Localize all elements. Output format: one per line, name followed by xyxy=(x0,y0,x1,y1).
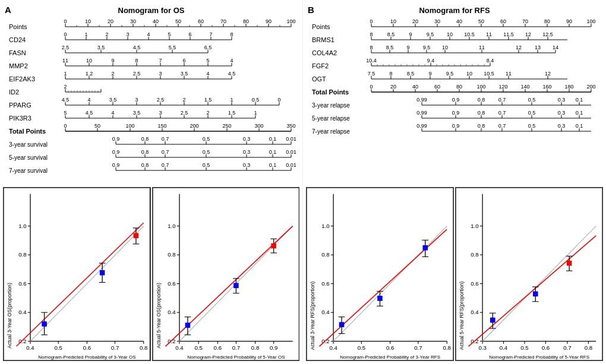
svg-text:1.0: 1.0 xyxy=(321,223,329,229)
svg-rect-542 xyxy=(533,292,538,297)
svg-text:Actual 3-Year OS(proportion): Actual 3-Year OS(proportion) xyxy=(7,283,12,349)
svg-text:0.8: 0.8 xyxy=(478,97,485,103)
svg-text:0.5: 0.5 xyxy=(528,123,536,129)
svg-text:0.9: 0.9 xyxy=(452,123,460,129)
svg-text:3.5: 3.5 xyxy=(109,97,117,103)
svg-text:0.8: 0.8 xyxy=(478,110,485,116)
svg-rect-283 xyxy=(185,322,190,328)
rfs-scale-col4a2: 8 8.5 9 9.5 10 11 12 13 14 xyxy=(370,45,558,53)
svg-text:0.01: 0.01 xyxy=(286,162,296,168)
svg-text:0.99: 0.99 xyxy=(416,97,427,103)
svg-text:120: 120 xyxy=(498,84,507,90)
svg-text:50: 50 xyxy=(175,18,181,24)
svg-text:Actual 5-Year RFS(proportion): Actual 5-Year RFS(proportion) xyxy=(459,281,465,350)
scale-id2: 2 xyxy=(64,84,101,92)
svg-text:140: 140 xyxy=(520,84,529,90)
svg-text:70: 70 xyxy=(220,18,226,24)
svg-text:90: 90 xyxy=(566,18,572,24)
svg-text:9.5: 9.5 xyxy=(423,45,431,50)
svg-text:0.3: 0.3 xyxy=(558,97,566,103)
svg-text:40: 40 xyxy=(153,18,159,24)
svg-text:11: 11 xyxy=(506,71,512,77)
svg-text:3.5: 3.5 xyxy=(181,71,188,77)
rfs-scale-3yr: 0.99 0.9 0.8 0.7 0.5 0.3 0.1 xyxy=(416,97,591,105)
svg-text:2: 2 xyxy=(182,97,185,103)
svg-text:0.1: 0.1 xyxy=(576,123,583,129)
svg-text:3: 3 xyxy=(159,71,162,77)
svg-text:Nomogram-Predicted Probability: Nomogram-Predicted Probability of 5-Year… xyxy=(187,354,285,360)
svg-text:350: 350 xyxy=(286,123,295,129)
svg-text:10.4: 10.4 xyxy=(366,58,377,64)
svg-text:20: 20 xyxy=(108,18,113,24)
scale-7yr-survival: 0.9 0.8 0.7 0.5 0.3 0.1 0.01 xyxy=(112,162,296,170)
rfs-scale-ogt: 7.5 8 8.5 9 9.5 10 10.5 11 12 xyxy=(368,71,567,79)
scale-pparg: 4.5 4 3.5 3 2.5 2 1.5 1 0.5 xyxy=(62,97,281,105)
svg-text:100: 100 xyxy=(286,18,295,24)
svg-text:Nomogram-Predicted Probability: Nomogram-Predicted Probability of 5-Year… xyxy=(489,354,589,360)
svg-text:0.4: 0.4 xyxy=(168,309,176,315)
svg-text:14: 14 xyxy=(553,45,558,50)
svg-text:0.8: 0.8 xyxy=(18,251,26,258)
label-eif2ak3: EIF2AK3 xyxy=(9,75,35,83)
calibration-os-section: 0.2 0.4 0.6 0.8 1.0 0.4 0.5 0.6 xyxy=(0,184,302,364)
rfs-label-col4a2: COL4A2 xyxy=(312,49,337,56)
svg-text:2.5: 2.5 xyxy=(157,97,165,103)
svg-text:8: 8 xyxy=(370,31,373,37)
svg-text:0.7: 0.7 xyxy=(414,344,422,351)
svg-text:12: 12 xyxy=(516,45,522,50)
svg-text:3: 3 xyxy=(135,97,138,103)
svg-text:1.0: 1.0 xyxy=(168,223,175,229)
rfs-scale-total: 0 20 40 60 80 100 120 140 160 xyxy=(370,84,595,92)
svg-text:2.5: 2.5 xyxy=(62,45,70,50)
rfs-scale-brms1: 8 8.5 9 9.5 10 10.5 11 11.5 12 xyxy=(370,31,567,40)
svg-text:0: 0 xyxy=(370,18,373,24)
svg-text:20: 20 xyxy=(390,84,396,90)
svg-text:8.4: 8.4 xyxy=(487,58,494,64)
svg-text:13: 13 xyxy=(535,45,541,50)
rfs-label-7yr: 7-year relapse xyxy=(312,128,350,135)
panel-label-a: A xyxy=(5,5,11,15)
label-7yr-survival: 7-year survival xyxy=(9,167,48,174)
svg-text:4.5: 4.5 xyxy=(86,110,93,116)
label-pparg: PPARG xyxy=(9,102,31,109)
calib-plot-5yr-rfs: 0.2 0.4 0.6 0.8 1.0 0.3 0.4 0.5 xyxy=(455,187,603,361)
svg-text:10: 10 xyxy=(447,31,453,37)
svg-text:9: 9 xyxy=(428,71,431,77)
panel-label-b: B xyxy=(308,5,314,15)
rfs-label-points: Points xyxy=(312,23,330,30)
svg-rect-246 xyxy=(100,270,105,276)
svg-text:0.5: 0.5 xyxy=(252,97,260,103)
svg-text:0.3: 0.3 xyxy=(558,123,566,129)
svg-text:0.9: 0.9 xyxy=(112,162,120,168)
svg-text:0.6: 0.6 xyxy=(386,344,394,351)
label-5yr-survival: 5-year survival xyxy=(9,154,48,161)
svg-text:50: 50 xyxy=(94,123,100,129)
svg-text:0.7: 0.7 xyxy=(232,344,239,351)
svg-text:0.7: 0.7 xyxy=(162,136,169,142)
svg-text:0.1: 0.1 xyxy=(269,149,277,155)
scale-total-points-os: 0 50 100 150 200 250 300 350 xyxy=(64,123,295,131)
scale-3yr-survival: 0.9 0.8 0.7 0.5 0.3 0.1 0.01 xyxy=(112,136,296,144)
svg-text:4: 4 xyxy=(230,58,233,64)
label-cd24: CD24 xyxy=(9,36,26,43)
svg-text:70: 70 xyxy=(522,18,528,24)
svg-text:0.6: 0.6 xyxy=(168,280,175,287)
svg-text:0.6: 0.6 xyxy=(213,344,221,351)
left-panel: A Nomogram for OS Points CD24 FASN MMP2 … xyxy=(0,0,303,364)
svg-text:0.5: 0.5 xyxy=(520,344,528,351)
svg-text:4.5: 4.5 xyxy=(133,45,141,50)
svg-text:4: 4 xyxy=(206,71,209,77)
svg-text:0.99: 0.99 xyxy=(416,110,427,116)
scale-mmp2: 11 10 9 8 7 6 5 4 xyxy=(62,58,233,66)
svg-text:0.6: 0.6 xyxy=(18,280,26,287)
svg-text:4.5: 4.5 xyxy=(62,97,70,103)
svg-text:5.5: 5.5 xyxy=(169,45,176,50)
svg-text:0.9: 0.9 xyxy=(452,97,460,103)
label-3yr-survival: 3-year survival xyxy=(9,141,48,148)
nomogram-rfs-section: B Nomogram for RFS Points BRMS1 COL4A2 F… xyxy=(303,0,606,184)
svg-text:250: 250 xyxy=(222,123,231,129)
rfs-label-ogt: OGT xyxy=(312,75,326,83)
scale-5yr-survival: 0.9 0.8 0.7 0.5 0.3 0.1 0.01 xyxy=(112,149,296,157)
svg-rect-497 xyxy=(339,322,345,327)
svg-rect-469 xyxy=(307,188,453,360)
